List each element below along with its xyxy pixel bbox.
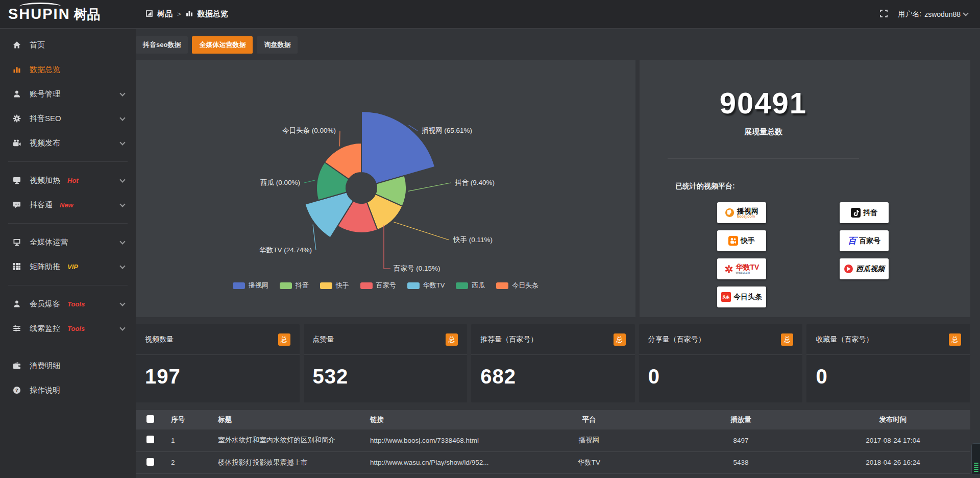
sidebar-item-label: 全媒体运营 (30, 237, 68, 247)
platform-logo-wasu: 华数TV wasu.cn (717, 258, 766, 279)
legend-label: 西瓜 (472, 281, 485, 290)
col-header-title: 标题 (212, 410, 364, 429)
pie-slice-播视网[interactable] (361, 111, 435, 184)
pie-label-leader (304, 180, 315, 183)
user-menu[interactable]: 用户名: zswodun88 (898, 10, 968, 19)
sidebar-item-omnimedia-operation[interactable]: 全媒体运营 (0, 230, 136, 254)
legend-label: 今日头条 (512, 281, 538, 290)
cell-platform: 华数TV (512, 451, 666, 473)
video-url-link[interactable]: http://www.wasu.cn/Play/show/id/952... (364, 451, 512, 473)
tab-inquiry-data[interactable]: 询盘数据 (257, 36, 298, 54)
chevron-down-icon (119, 115, 125, 121)
video-url-link[interactable]: http://www.boosj.com/7338468.html (364, 429, 512, 451)
logo-text-en: SHUPIN (8, 7, 70, 21)
table-row: 2 楼体投影灯投影效果震撼上市 http://www.wasu.cn/Play/… (136, 451, 970, 473)
platform-logo-baijiahao: 百 百家号 (840, 230, 889, 251)
sidebar-divider (8, 347, 128, 347)
legend-label: 百家号 (376, 281, 396, 290)
platform-subtext: wasu.cn (736, 271, 760, 274)
hot-badge: Hot (67, 177, 79, 184)
stat-card-video-count: 视频数量 总 197 (136, 324, 300, 402)
tab-omnimedia-data[interactable]: 全媒体运营数据 (192, 36, 253, 54)
legend-item-抖音[interactable]: 抖音 (280, 281, 309, 290)
row-checkbox[interactable] (146, 436, 154, 443)
sidebar-item-home[interactable]: 首页 (0, 33, 136, 57)
pie-label: 百家号 (0.15%) (394, 265, 440, 272)
legend-swatch (280, 282, 292, 289)
chat-bubble-icon (12, 200, 21, 209)
sidebar-item-instructions[interactable]: ? 操作说明 (0, 378, 136, 402)
legend-item-华数TV[interactable]: 华数TV (407, 281, 445, 290)
legend-swatch (456, 282, 468, 289)
col-header-views: 播放量 (666, 410, 816, 429)
platform-name: 华数TV (736, 263, 760, 271)
legend-label: 播视网 (249, 281, 268, 290)
col-header-time: 发布时间 (816, 410, 970, 429)
main-content: 抖音seo数据 全媒体运营数据 询盘数据 播视网 (65.61%)抖音 (9.4… (136, 29, 970, 478)
app-logo: SHUPIN 树品 (0, 7, 136, 21)
summary-panel: 90491 展现量总数 已统计的视频平台: 播视网 boosj.com (640, 60, 970, 317)
sidebar-item-data-overview[interactable]: 数据总览 (0, 57, 136, 82)
stat-card-value: 0 (806, 355, 970, 388)
total-badge[interactable]: 总 (614, 333, 626, 346)
sidebar-item-spending-details[interactable]: 消费明细 (0, 353, 136, 378)
stat-card-value: 532 (304, 355, 468, 388)
sidebar-item-label: 数据总览 (30, 65, 60, 75)
stat-card-value: 0 (639, 355, 803, 388)
chevron-down-icon (119, 300, 125, 306)
gear-icon (12, 114, 21, 123)
pie-label: 西瓜 (0.00%) (260, 179, 300, 186)
legend-label: 抖音 (296, 281, 309, 290)
video-title-link[interactable]: 室外水纹灯和室内水纹灯的区别和简介 (212, 429, 364, 451)
legend-item-播视网[interactable]: 播视网 (233, 281, 268, 290)
vip-badge: VIP (67, 263, 78, 271)
breadcrumb-home[interactable]: 树品 (157, 9, 173, 19)
green-bar (974, 463, 978, 464)
legend-item-百家号[interactable]: 百家号 (360, 281, 396, 290)
sidebar-item-douketong[interactable]: 抖客通 New (0, 193, 136, 217)
legend-item-今日头条[interactable]: 今日头条 (496, 281, 538, 290)
legend-label: 快手 (336, 281, 349, 290)
sidebar-item-matrix-boost[interactable]: 矩阵助推 VIP (0, 254, 136, 279)
total-badge[interactable]: 总 (781, 333, 793, 346)
total-badge[interactable]: 总 (949, 333, 961, 346)
pie-label-leader (408, 183, 451, 191)
platforms-title: 已统计的视频平台: (675, 182, 735, 191)
cell-time: 2018-04-26 16:24 (816, 451, 970, 473)
select-all-checkbox[interactable] (146, 415, 154, 423)
col-header-no: 序号 (165, 410, 212, 429)
sidebar-item-label: 抖音SEO (30, 114, 61, 124)
legend-item-西瓜[interactable]: 西瓜 (456, 281, 485, 290)
fullscreen-icon[interactable] (880, 10, 888, 19)
logo-text-cn: 树品 (74, 8, 101, 21)
svg-text:?: ? (15, 387, 18, 393)
video-title-link[interactable]: 楼体投影灯投影效果震撼上市 (212, 451, 364, 473)
videos-table: 序号 标题 链接 平台 播放量 发布时间 1 室外水纹灯和室内水纹灯的区别和简介… (136, 410, 970, 478)
row-checkbox[interactable] (146, 458, 154, 466)
total-badge[interactable]: 总 (446, 333, 458, 346)
sidebar-item-account-management[interactable]: 账号管理 (0, 82, 136, 106)
sidebar-item-member-baoke[interactable]: 会员爆客 Tools (0, 292, 136, 316)
tab-douyin-seo-data[interactable]: 抖音seo数据 (136, 36, 188, 54)
sidebar-item-douyin-seo[interactable]: 抖音SEO (0, 106, 136, 131)
boosj-logo-icon (725, 208, 734, 218)
browser-plugin-widget[interactable] (971, 443, 980, 475)
legend-item-快手[interactable]: 快手 (320, 281, 349, 290)
sidebar-item-video-heating[interactable]: 视频加热 Hot (0, 168, 136, 193)
cell-time: 2017-08-24 17:04 (816, 429, 970, 451)
sidebar-item-video-publish[interactable]: 视频发布 (0, 131, 136, 155)
screen-icon (12, 237, 21, 247)
sidebar-item-lead-monitoring[interactable]: 线索监控 Tools (0, 316, 136, 341)
new-badge: New (60, 201, 74, 209)
pie-label-leader (340, 131, 340, 146)
sidebar-divider (8, 223, 128, 224)
sidebar-item-label: 操作说明 (30, 386, 60, 395)
xigua-logo-icon (844, 264, 853, 274)
sidebar-item-label: 首页 (30, 40, 45, 50)
total-badge[interactable]: 总 (278, 333, 290, 346)
breadcrumb: 树品 > 数据总览 (146, 9, 228, 19)
rose-pie-chart: 播视网 (65.61%)抖音 (9.40%)快手 (0.11%)百家号 (0.1… (136, 60, 635, 277)
stat-card-title: 视频数量 (145, 335, 174, 344)
data-tabs: 抖音seo数据 全媒体运营数据 询盘数据 (136, 36, 970, 54)
platform-name: 快手 (741, 237, 755, 245)
